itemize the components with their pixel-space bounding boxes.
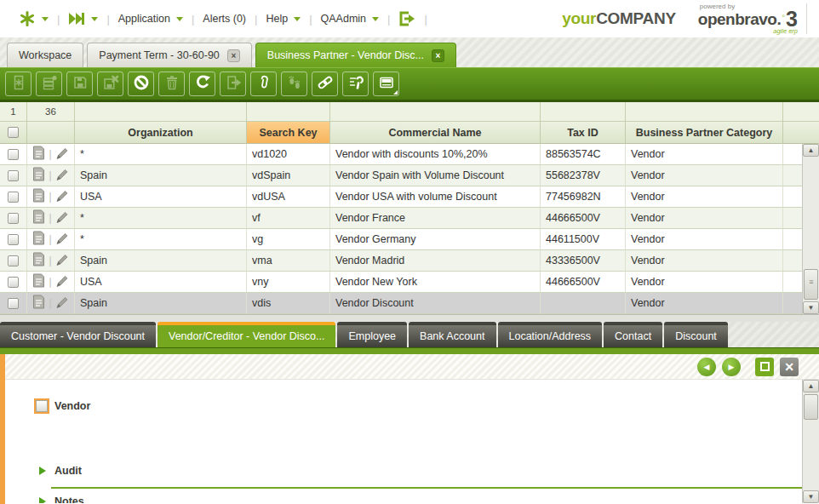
form-view-row-icon[interactable] (32, 295, 45, 312)
form-view-row-icon[interactable] (32, 188, 45, 205)
form-view-row-icon[interactable] (32, 273, 45, 290)
form-view-row-icon[interactable] (32, 167, 45, 184)
child-tab-1[interactable]: Customer - Vendor Discount (0, 322, 156, 347)
cell-organization[interactable]: USA (75, 186, 247, 208)
table-row[interactable]: |*vd1020Vendor with discounts 10%,20%885… (0, 144, 819, 165)
select-all-checkbox[interactable] (8, 127, 19, 138)
logout-button[interactable] (390, 8, 424, 30)
cell-category[interactable]: Vendor (626, 208, 783, 229)
cell-commercial_name[interactable]: Vendor with discounts 10%,20% (330, 144, 541, 165)
cell-search_key[interactable]: vma (247, 250, 330, 272)
view-toggle-button[interactable] (373, 72, 399, 96)
child-tab-4[interactable]: Bank Account (409, 322, 495, 347)
row-select-cell[interactable] (0, 165, 27, 186)
row-select-cell[interactable] (0, 272, 27, 293)
row-checkbox[interactable] (8, 192, 19, 203)
quick-launch-menu[interactable] (60, 9, 106, 29)
filter-cell[interactable] (541, 102, 626, 122)
column-header-category[interactable]: Business Partner Category (626, 122, 783, 144)
select-all-cell[interactable] (0, 122, 27, 144)
edit-row-icon[interactable] (55, 210, 69, 226)
cell-category[interactable]: Vendor (626, 186, 783, 208)
window-tab-2[interactable]: Payment Term - 30-60-90× (87, 43, 252, 67)
cell-tax_id[interactable]: 44611500V (541, 229, 626, 250)
cell-commercial_name[interactable]: Vendor USA with volume Discount (330, 186, 541, 208)
grid-vertical-scrollbar[interactable]: ▲ ≡ ▼ (802, 144, 819, 314)
notes-section-toggle[interactable]: Notes (39, 495, 84, 503)
refresh-button[interactable] (189, 72, 215, 96)
table-row[interactable]: |SpainvdSpainVendor Spain with Volume Di… (0, 165, 819, 186)
scroll-down-button[interactable]: ▼ (803, 301, 819, 314)
cell-commercial_name[interactable]: Vendor Discount (330, 293, 541, 314)
cell-organization[interactable]: Spain (75, 165, 247, 186)
cell-commercial_name[interactable]: Vendor New York (330, 272, 541, 293)
cell-organization[interactable]: * (75, 208, 247, 229)
cell-commercial_name[interactable]: Vendor France (330, 208, 541, 229)
row-checkbox[interactable] (8, 298, 19, 309)
edit-row-icon[interactable] (55, 295, 69, 312)
cell-organization[interactable]: * (75, 144, 247, 165)
previous-record-button[interactable]: ◀ (697, 358, 716, 376)
cell-tax_id[interactable] (541, 293, 626, 314)
attachments-button[interactable] (250, 72, 277, 96)
form-view-row-icon[interactable] (32, 231, 45, 248)
table-row[interactable]: |USAvnyVendor New York44666500VVendor (0, 272, 819, 293)
cell-search_key[interactable]: vf (247, 208, 330, 229)
cell-category[interactable]: Vendor (626, 293, 783, 314)
help-menu[interactable]: Help (257, 9, 309, 28)
next-record-button[interactable]: ▶ (722, 358, 741, 376)
cell-commercial_name[interactable]: Vendor Germany (330, 229, 541, 250)
child-tab-6[interactable]: Contact (604, 322, 662, 347)
cell-search_key[interactable]: vdis (247, 293, 330, 314)
form-view-row-icon[interactable] (32, 146, 45, 163)
close-tab-icon[interactable]: × (432, 49, 444, 62)
row-select-cell[interactable] (0, 229, 27, 250)
application-menu[interactable]: Application (110, 9, 192, 28)
edit-row-icon[interactable] (55, 146, 69, 163)
cell-search_key[interactable]: vd1020 (247, 144, 330, 165)
edit-row-icon[interactable] (55, 232, 69, 248)
vendor-checkbox[interactable] (36, 400, 48, 412)
row-checkbox[interactable] (8, 149, 19, 160)
scroll-thumb[interactable]: ≡ (804, 269, 818, 300)
row-select-cell[interactable] (0, 208, 27, 229)
child-tab-2[interactable]: Vendor/Creditor - Vendor Disco... (158, 322, 335, 347)
cell-category[interactable]: Vendor (626, 250, 783, 272)
cell-search_key[interactable]: vdSpain (247, 165, 330, 186)
cell-tax_id[interactable]: 88563574C (541, 144, 626, 165)
column-header-tax_id[interactable]: Tax ID (541, 122, 626, 144)
cell-search_key[interactable]: vg (247, 229, 330, 250)
row-checkbox[interactable] (8, 213, 19, 224)
table-row[interactable]: |SpainvmaVendor Madrid43336500VVendor (0, 250, 819, 272)
filter-cell[interactable] (247, 102, 330, 122)
row-select-cell[interactable] (0, 144, 27, 165)
cell-category[interactable]: Vendor (626, 229, 783, 250)
close-form-button[interactable]: ✕ (780, 358, 799, 376)
cell-organization[interactable]: Spain (75, 293, 247, 314)
filter-cell[interactable] (626, 102, 783, 122)
cell-tax_id[interactable]: 44666500V (541, 272, 626, 293)
window-tab-3[interactable]: Business Partner - Vendor Disc...× (255, 43, 456, 67)
cell-commercial_name[interactable]: Vendor Spain with Volume Discount (330, 165, 541, 186)
close-tab-icon[interactable]: × (227, 49, 240, 62)
cell-category[interactable]: Vendor (626, 165, 783, 186)
cell-commercial_name[interactable]: Vendor Madrid (330, 250, 541, 272)
user-menu[interactable]: QAAdmin (312, 9, 388, 28)
row-checkbox[interactable] (8, 255, 19, 266)
cell-search_key[interactable]: vdUSA (247, 186, 330, 208)
cell-tax_id[interactable]: 43336500V (541, 250, 626, 272)
edit-row-icon[interactable] (55, 274, 69, 290)
cell-organization[interactable]: * (75, 229, 247, 250)
edit-row-icon[interactable] (55, 168, 69, 184)
edit-row-icon[interactable] (55, 253, 69, 269)
filter-cell[interactable] (330, 102, 541, 122)
cell-search_key[interactable]: vny (247, 272, 330, 293)
child-tab-3[interactable]: Employee (337, 322, 407, 347)
row-select-cell[interactable] (0, 293, 27, 314)
personalize-button[interactable] (342, 72, 369, 96)
row-checkbox[interactable] (8, 234, 19, 245)
cancel-button[interactable] (128, 72, 154, 96)
row-select-cell[interactable] (0, 250, 27, 272)
cell-organization[interactable]: USA (75, 272, 247, 293)
row-checkbox[interactable] (8, 277, 19, 288)
